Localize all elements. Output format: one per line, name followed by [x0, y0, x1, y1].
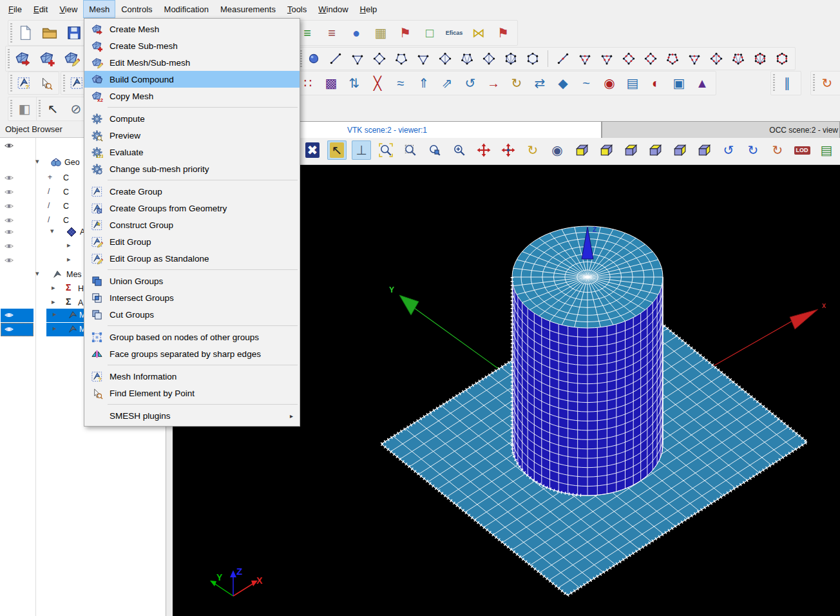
- edit-mesh-icon[interactable]: [61, 48, 82, 70]
- menu-item-create-group[interactable]: Create Group: [84, 183, 300, 200]
- update-rate-icon[interactable]: LOD: [792, 140, 812, 160]
- biquadratic-triangle-icon[interactable]: [597, 49, 616, 68]
- update-icon[interactable]: ↻: [817, 73, 837, 93]
- menu-item-construct-group[interactable]: ★Construct Group: [84, 217, 300, 233]
- zoom-icon[interactable]: [450, 140, 469, 160]
- menu-item-preview[interactable]: Preview: [84, 127, 300, 144]
- tab-occ-viewer[interactable]: OCC scene:2 - view: [602, 121, 840, 138]
- quadrangle-icon[interactable]: [370, 49, 389, 68]
- quadratic-edge-icon[interactable]: [553, 49, 573, 68]
- triquadratic-hexahedron-icon[interactable]: [772, 49, 792, 68]
- menu-item-evaluate[interactable]: 123Evaluate: [84, 144, 300, 160]
- menu-help[interactable]: Help: [354, 0, 383, 18]
- node-icon[interactable]: [304, 49, 323, 68]
- eye-icon[interactable]: [4, 241, 14, 251]
- convert-quadratic-icon[interactable]: ◐: [645, 73, 666, 93]
- expand-arrow-icon[interactable]: ▾: [50, 227, 54, 235]
- eficas-module-icon[interactable]: Eficas: [443, 22, 465, 44]
- find-element-by-point-icon[interactable]: [36, 73, 55, 93]
- translation-icon[interactable]: →: [483, 73, 504, 93]
- fit-area-icon[interactable]: [401, 140, 420, 160]
- show-trihedron-icon[interactable]: ⊥: [352, 140, 371, 160]
- menu-item-union-groups[interactable]: Union Groups: [84, 273, 300, 289]
- menu-controls[interactable]: Controls: [115, 0, 158, 18]
- scaling-icon[interactable]: ▤: [817, 140, 836, 160]
- right-view-icon[interactable]: [694, 140, 714, 160]
- flag-module-icon[interactable]: ⚑: [492, 22, 514, 44]
- create-sub-mesh-icon[interactable]: [36, 48, 58, 70]
- merge-nodes-icon[interactable]: ∷: [298, 73, 318, 93]
- create-mesh-icon[interactable]: [12, 48, 33, 70]
- expand-arrow-icon[interactable]: ▸: [67, 255, 71, 264]
- reset-view-icon[interactable]: ↻: [768, 140, 787, 160]
- menu-mesh[interactable]: Mesh: [83, 0, 115, 18]
- change-rotation-point-icon[interactable]: ◉: [548, 140, 567, 160]
- eye-icon[interactable]: [4, 227, 14, 237]
- save-document-icon[interactable]: [63, 22, 85, 44]
- quadratic-triangle-icon[interactable]: [575, 49, 595, 68]
- fit-selection-icon[interactable]: [425, 140, 444, 160]
- menu-item-create-groups-from-geometry[interactable]: Create Groups from Geometry: [84, 200, 300, 217]
- fit-all-icon[interactable]: [376, 140, 396, 160]
- panning-icon[interactable]: [474, 140, 493, 160]
- clockwise-view-icon[interactable]: ↻: [743, 140, 763, 160]
- eye-icon[interactable]: [4, 215, 14, 226]
- mesh-information-icon[interactable]: ?: [14, 73, 33, 93]
- extrusion-along-path-icon[interactable]: ⇗: [437, 73, 457, 93]
- bottom-view-icon[interactable]: [645, 140, 665, 160]
- symmetry-icon[interactable]: ⇄: [530, 73, 550, 93]
- menu-item-create-sub-mesh[interactable]: Create Sub-mesh: [84, 37, 300, 54]
- node-coordinates-icon[interactable]: ↖: [43, 99, 63, 119]
- tetrahedron-icon[interactable]: [414, 49, 433, 68]
- pyramid-icon[interactable]: [479, 49, 499, 68]
- quadratic-hexahedron-icon[interactable]: [750, 49, 770, 68]
- menu-view[interactable]: View: [53, 0, 83, 18]
- quadratic-pentahedron-icon[interactable]: [729, 49, 748, 68]
- top-view-icon[interactable]: [621, 140, 640, 160]
- rotation-icon[interactable]: ↻: [523, 140, 542, 160]
- menu-window[interactable]: Window: [312, 0, 354, 18]
- quadratic-polygon-icon[interactable]: [663, 49, 682, 68]
- eye-icon[interactable]: [4, 310, 14, 320]
- expand-arrow-icon[interactable]: ▸: [53, 324, 57, 332]
- menu-item-edit-group[interactable]: Edit Group: [84, 233, 300, 250]
- expand-arrow-icon[interactable]: ▸: [53, 310, 57, 318]
- eye-icon[interactable]: [4, 187, 14, 197]
- menu-edit[interactable]: Edit: [28, 0, 53, 18]
- eye-icon[interactable]: [4, 173, 14, 183]
- revolution-icon[interactable]: ↺: [460, 73, 481, 93]
- preselection-icon[interactable]: ↖: [327, 140, 347, 160]
- left-view-icon[interactable]: [670, 140, 689, 160]
- back-view-icon[interactable]: [597, 140, 616, 160]
- menu-item-find-element-by-point[interactable]: Find Element by Point: [84, 385, 300, 401]
- sphere-module-icon[interactable]: ●: [345, 22, 367, 44]
- menu-item-create-mesh[interactable]: Create Mesh: [84, 21, 300, 37]
- anticlockwise-view-icon[interactable]: ↺: [719, 140, 738, 160]
- renumbering-icon[interactable]: ▩: [321, 73, 341, 93]
- expand-arrow-icon[interactable]: ▾: [35, 157, 39, 166]
- scale-icon[interactable]: ◆: [553, 73, 573, 93]
- pattern-mapping-icon[interactable]: ▤: [622, 73, 643, 93]
- hexahedron-icon[interactable]: [435, 49, 455, 68]
- menu-item-smesh-plugins[interactable]: SMESH plugins▸: [84, 407, 300, 424]
- menu-item-copy-mesh[interactable]: x2Copy Mesh: [84, 88, 300, 104]
- expand-arrow-icon[interactable]: ▸: [52, 284, 55, 292]
- biquadratic-quadrangle-icon[interactable]: [641, 49, 660, 68]
- wire-cube-module-icon[interactable]: □: [419, 22, 441, 44]
- menu-item-mesh-information[interactable]: ?Mesh Information: [84, 368, 300, 385]
- expand-arrow-icon[interactable]: ▾: [35, 269, 39, 278]
- flag-star-module-icon[interactable]: ⚑: [394, 22, 416, 44]
- expand-arrow-icon[interactable]: ▸: [67, 241, 71, 249]
- extrusion-icon[interactable]: ⇑: [414, 73, 434, 93]
- menu-item-intersect-groups[interactable]: Intersect Groups: [84, 289, 300, 306]
- triangle-icon[interactable]: [348, 49, 367, 68]
- hexagonal-prism-icon[interactable]: [501, 49, 520, 68]
- edge-icon[interactable]: [326, 49, 345, 68]
- menu-item-group-based-on-nodes-of-other-groups[interactable]: Group based on nodes of other groups: [84, 329, 300, 345]
- menu-measurements[interactable]: Measurements: [215, 0, 282, 18]
- eye-icon[interactable]: [4, 255, 14, 265]
- quadratic-tetrahedron-icon[interactable]: [685, 49, 704, 68]
- eye-icon[interactable]: [4, 140, 14, 151]
- new-document-icon[interactable]: [14, 22, 36, 44]
- orientation-cube-icon[interactable]: ◧: [14, 99, 35, 119]
